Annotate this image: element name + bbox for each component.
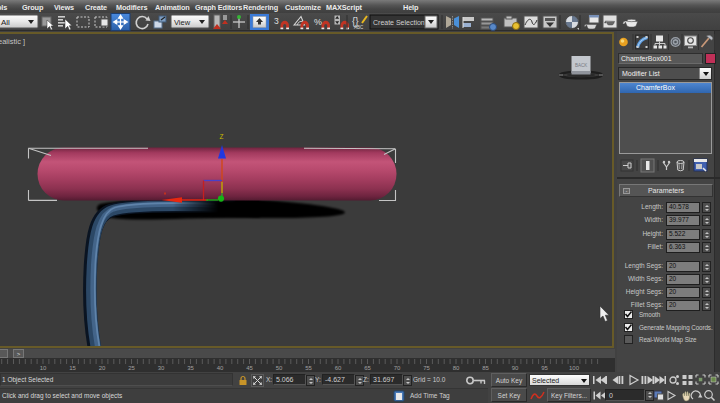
svg-text:25: 25 bbox=[128, 365, 135, 371]
svg-text:85: 85 bbox=[482, 365, 489, 371]
svg-text:15: 15 bbox=[69, 365, 76, 371]
svg-text:100: 100 bbox=[569, 365, 580, 371]
svg-text:10: 10 bbox=[40, 365, 47, 371]
svg-text:55: 55 bbox=[305, 365, 312, 371]
svg-text:BACK: BACK bbox=[575, 63, 587, 68]
svg-text:All: All bbox=[1, 18, 10, 27]
svg-text:20: 20 bbox=[99, 365, 106, 371]
svg-text:40: 40 bbox=[217, 365, 224, 371]
svg-text:%: % bbox=[314, 17, 322, 27]
svg-text:ABC: ABC bbox=[354, 25, 364, 30]
svg-text:80: 80 bbox=[453, 365, 460, 371]
svg-text:3: 3 bbox=[274, 16, 279, 26]
svg-text:65: 65 bbox=[364, 365, 371, 371]
svg-text:75: 75 bbox=[423, 365, 430, 371]
svg-text:95: 95 bbox=[541, 365, 548, 371]
svg-text:Z: Z bbox=[220, 133, 224, 140]
svg-text:90: 90 bbox=[512, 365, 519, 371]
svg-text:ealistic ]: ealistic ] bbox=[0, 37, 25, 46]
svg-text:70: 70 bbox=[394, 365, 401, 371]
svg-text:35: 35 bbox=[187, 365, 194, 371]
svg-text:45: 45 bbox=[246, 365, 253, 371]
svg-text:View: View bbox=[174, 18, 191, 27]
svg-text:60: 60 bbox=[335, 365, 342, 371]
svg-text:30: 30 bbox=[158, 365, 165, 371]
svg-text:50: 50 bbox=[276, 365, 283, 371]
